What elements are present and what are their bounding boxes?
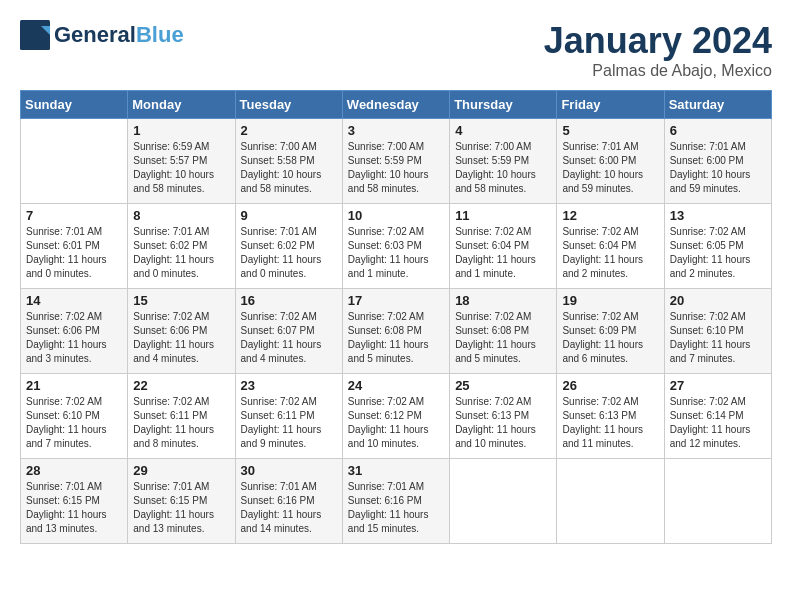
title-block: January 2024 Palmas de Abajo, Mexico xyxy=(544,20,772,80)
day-number: 15 xyxy=(133,293,229,308)
day-info: Sunrise: 7:01 AMSunset: 6:00 PMDaylight:… xyxy=(670,140,766,196)
calendar-cell: 31Sunrise: 7:01 AMSunset: 6:16 PMDayligh… xyxy=(342,459,449,544)
day-number: 5 xyxy=(562,123,658,138)
day-number: 19 xyxy=(562,293,658,308)
calendar-week-row: 1Sunrise: 6:59 AMSunset: 5:57 PMDaylight… xyxy=(21,119,772,204)
calendar-cell: 17Sunrise: 7:02 AMSunset: 6:08 PMDayligh… xyxy=(342,289,449,374)
calendar-cell: 19Sunrise: 7:02 AMSunset: 6:09 PMDayligh… xyxy=(557,289,664,374)
day-info: Sunrise: 7:02 AMSunset: 6:07 PMDaylight:… xyxy=(241,310,337,366)
day-info: Sunrise: 7:02 AMSunset: 6:10 PMDaylight:… xyxy=(26,395,122,451)
day-info: Sunrise: 7:02 AMSunset: 6:08 PMDaylight:… xyxy=(348,310,444,366)
day-info: Sunrise: 7:00 AMSunset: 5:58 PMDaylight:… xyxy=(241,140,337,196)
day-info: Sunrise: 7:02 AMSunset: 6:10 PMDaylight:… xyxy=(670,310,766,366)
calendar-cell: 6Sunrise: 7:01 AMSunset: 6:00 PMDaylight… xyxy=(664,119,771,204)
day-info: Sunrise: 6:59 AMSunset: 5:57 PMDaylight:… xyxy=(133,140,229,196)
day-number: 18 xyxy=(455,293,551,308)
calendar-cell xyxy=(450,459,557,544)
day-info: Sunrise: 7:01 AMSunset: 6:02 PMDaylight:… xyxy=(241,225,337,281)
calendar-cell: 29Sunrise: 7:01 AMSunset: 6:15 PMDayligh… xyxy=(128,459,235,544)
calendar-cell: 21Sunrise: 7:02 AMSunset: 6:10 PMDayligh… xyxy=(21,374,128,459)
day-info: Sunrise: 7:02 AMSunset: 6:13 PMDaylight:… xyxy=(455,395,551,451)
day-info: Sunrise: 7:01 AMSunset: 6:16 PMDaylight:… xyxy=(348,480,444,536)
calendar-cell: 11Sunrise: 7:02 AMSunset: 6:04 PMDayligh… xyxy=(450,204,557,289)
calendar-cell: 30Sunrise: 7:01 AMSunset: 6:16 PMDayligh… xyxy=(235,459,342,544)
calendar-week-row: 21Sunrise: 7:02 AMSunset: 6:10 PMDayligh… xyxy=(21,374,772,459)
day-number: 22 xyxy=(133,378,229,393)
day-info: Sunrise: 7:02 AMSunset: 6:13 PMDaylight:… xyxy=(562,395,658,451)
day-number: 21 xyxy=(26,378,122,393)
day-number: 13 xyxy=(670,208,766,223)
header-row: SundayMondayTuesdayWednesdayThursdayFrid… xyxy=(21,91,772,119)
day-number: 14 xyxy=(26,293,122,308)
day-number: 11 xyxy=(455,208,551,223)
calendar-cell xyxy=(664,459,771,544)
day-number: 20 xyxy=(670,293,766,308)
calendar-table: SundayMondayTuesdayWednesdayThursdayFrid… xyxy=(20,90,772,544)
weekday-header: Tuesday xyxy=(235,91,342,119)
calendar-cell: 3Sunrise: 7:00 AMSunset: 5:59 PMDaylight… xyxy=(342,119,449,204)
calendar-cell: 5Sunrise: 7:01 AMSunset: 6:00 PMDaylight… xyxy=(557,119,664,204)
calendar-cell: 13Sunrise: 7:02 AMSunset: 6:05 PMDayligh… xyxy=(664,204,771,289)
calendar-cell: 2Sunrise: 7:00 AMSunset: 5:58 PMDaylight… xyxy=(235,119,342,204)
calendar-cell: 15Sunrise: 7:02 AMSunset: 6:06 PMDayligh… xyxy=(128,289,235,374)
calendar-cell: 7Sunrise: 7:01 AMSunset: 6:01 PMDaylight… xyxy=(21,204,128,289)
day-number: 9 xyxy=(241,208,337,223)
calendar-cell: 16Sunrise: 7:02 AMSunset: 6:07 PMDayligh… xyxy=(235,289,342,374)
day-number: 3 xyxy=(348,123,444,138)
day-info: Sunrise: 7:02 AMSunset: 6:11 PMDaylight:… xyxy=(133,395,229,451)
month-title: January 2024 xyxy=(544,20,772,62)
calendar-cell: 10Sunrise: 7:02 AMSunset: 6:03 PMDayligh… xyxy=(342,204,449,289)
calendar-cell xyxy=(21,119,128,204)
calendar-cell: 25Sunrise: 7:02 AMSunset: 6:13 PMDayligh… xyxy=(450,374,557,459)
weekday-header: Saturday xyxy=(664,91,771,119)
day-info: Sunrise: 7:02 AMSunset: 6:04 PMDaylight:… xyxy=(562,225,658,281)
day-info: Sunrise: 7:01 AMSunset: 6:15 PMDaylight:… xyxy=(133,480,229,536)
day-info: Sunrise: 7:02 AMSunset: 6:09 PMDaylight:… xyxy=(562,310,658,366)
day-number: 2 xyxy=(241,123,337,138)
day-number: 7 xyxy=(26,208,122,223)
day-number: 30 xyxy=(241,463,337,478)
day-number: 23 xyxy=(241,378,337,393)
day-info: Sunrise: 7:02 AMSunset: 6:11 PMDaylight:… xyxy=(241,395,337,451)
day-number: 31 xyxy=(348,463,444,478)
page-header: GeneralBlue January 2024 Palmas de Abajo… xyxy=(20,20,772,80)
day-info: Sunrise: 7:02 AMSunset: 6:06 PMDaylight:… xyxy=(133,310,229,366)
day-number: 1 xyxy=(133,123,229,138)
weekday-header: Thursday xyxy=(450,91,557,119)
day-number: 24 xyxy=(348,378,444,393)
calendar-cell: 23Sunrise: 7:02 AMSunset: 6:11 PMDayligh… xyxy=(235,374,342,459)
day-number: 10 xyxy=(348,208,444,223)
day-info: Sunrise: 7:01 AMSunset: 6:00 PMDaylight:… xyxy=(562,140,658,196)
day-info: Sunrise: 7:02 AMSunset: 6:12 PMDaylight:… xyxy=(348,395,444,451)
svg-rect-0 xyxy=(20,20,50,50)
weekday-header: Wednesday xyxy=(342,91,449,119)
logo: GeneralBlue xyxy=(20,20,184,50)
day-info: Sunrise: 7:02 AMSunset: 6:03 PMDaylight:… xyxy=(348,225,444,281)
day-info: Sunrise: 7:02 AMSunset: 6:04 PMDaylight:… xyxy=(455,225,551,281)
calendar-week-row: 28Sunrise: 7:01 AMSunset: 6:15 PMDayligh… xyxy=(21,459,772,544)
calendar-cell: 1Sunrise: 6:59 AMSunset: 5:57 PMDaylight… xyxy=(128,119,235,204)
day-number: 26 xyxy=(562,378,658,393)
day-info: Sunrise: 7:00 AMSunset: 5:59 PMDaylight:… xyxy=(348,140,444,196)
day-number: 8 xyxy=(133,208,229,223)
day-info: Sunrise: 7:01 AMSunset: 6:01 PMDaylight:… xyxy=(26,225,122,281)
calendar-week-row: 7Sunrise: 7:01 AMSunset: 6:01 PMDaylight… xyxy=(21,204,772,289)
calendar-cell: 4Sunrise: 7:00 AMSunset: 5:59 PMDaylight… xyxy=(450,119,557,204)
weekday-header: Monday xyxy=(128,91,235,119)
calendar-header: SundayMondayTuesdayWednesdayThursdayFrid… xyxy=(21,91,772,119)
calendar-cell: 8Sunrise: 7:01 AMSunset: 6:02 PMDaylight… xyxy=(128,204,235,289)
calendar-cell: 18Sunrise: 7:02 AMSunset: 6:08 PMDayligh… xyxy=(450,289,557,374)
day-number: 28 xyxy=(26,463,122,478)
day-info: Sunrise: 7:02 AMSunset: 6:14 PMDaylight:… xyxy=(670,395,766,451)
day-info: Sunrise: 7:00 AMSunset: 5:59 PMDaylight:… xyxy=(455,140,551,196)
day-number: 16 xyxy=(241,293,337,308)
calendar-cell: 24Sunrise: 7:02 AMSunset: 6:12 PMDayligh… xyxy=(342,374,449,459)
day-number: 6 xyxy=(670,123,766,138)
calendar-cell: 12Sunrise: 7:02 AMSunset: 6:04 PMDayligh… xyxy=(557,204,664,289)
calendar-cell: 28Sunrise: 7:01 AMSunset: 6:15 PMDayligh… xyxy=(21,459,128,544)
calendar-body: 1Sunrise: 6:59 AMSunset: 5:57 PMDaylight… xyxy=(21,119,772,544)
calendar-cell: 20Sunrise: 7:02 AMSunset: 6:10 PMDayligh… xyxy=(664,289,771,374)
day-number: 25 xyxy=(455,378,551,393)
day-info: Sunrise: 7:02 AMSunset: 6:05 PMDaylight:… xyxy=(670,225,766,281)
location-title: Palmas de Abajo, Mexico xyxy=(544,62,772,80)
